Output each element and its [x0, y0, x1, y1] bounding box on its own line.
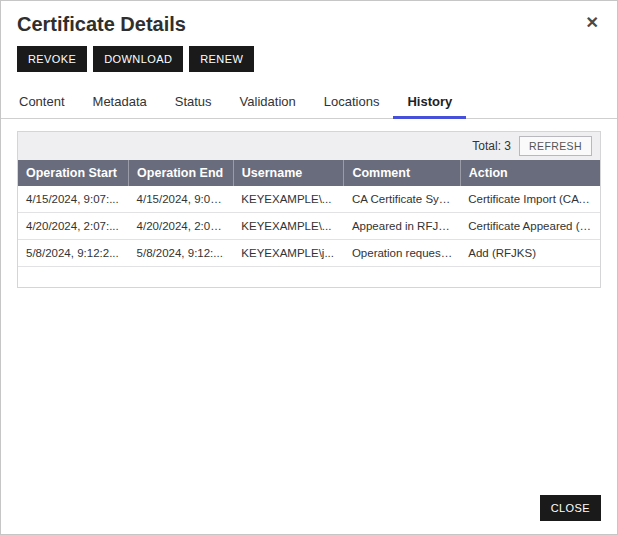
- table-header-row: Operation StartOperation EndUsernameComm…: [18, 160, 600, 186]
- table-cell: Certificate Import (CA S...: [460, 186, 600, 213]
- close-button[interactable]: CLOSE: [540, 495, 601, 521]
- table-cell: 5/8/2024, 9:12:...: [129, 240, 234, 267]
- table-cell: Certificate Appeared (R...: [460, 213, 600, 240]
- tab-metadata[interactable]: Metadata: [79, 88, 161, 118]
- column-header[interactable]: Username: [233, 160, 344, 186]
- dialog-title: Certificate Details: [17, 13, 186, 36]
- tab-locations[interactable]: Locations: [310, 88, 394, 118]
- column-header[interactable]: Operation Start: [18, 160, 129, 186]
- table-cell: CA Certificate Syn...: [344, 186, 460, 213]
- tab-validation[interactable]: Validation: [226, 88, 310, 118]
- action-button-row: REVOKE DOWNLOAD RENEW: [1, 36, 617, 72]
- tab-status[interactable]: Status: [161, 88, 226, 118]
- dialog-header: Certificate Details ✕: [1, 1, 617, 36]
- column-header[interactable]: Action: [460, 160, 600, 186]
- tab-content[interactable]: Content: [17, 88, 79, 118]
- table-cell: 4/20/2024, 2:07:...: [129, 213, 234, 240]
- table-cell: KEYEXAMPLE\...: [233, 213, 344, 240]
- table-row[interactable]: 4/20/2024, 2:07:...4/20/2024, 2:07:...KE…: [18, 213, 600, 240]
- renew-button[interactable]: RENEW: [189, 46, 254, 72]
- dialog-footer: CLOSE: [540, 495, 601, 521]
- table-cell: Appeared in RFJK...: [344, 213, 460, 240]
- table-cell: 5/8/2024, 9:12:2...: [18, 240, 129, 267]
- history-grid: Total: 3 REFRESH Operation StartOperatio…: [17, 131, 601, 288]
- empty-row-area: [18, 267, 600, 287]
- refresh-button[interactable]: REFRESH: [519, 136, 592, 156]
- table-cell: Operation requeste...: [344, 240, 460, 267]
- table-cell: KEYEXAMPLE\...: [233, 186, 344, 213]
- tab-history[interactable]: History: [393, 88, 466, 118]
- certificate-details-dialog: Certificate Details ✕ REVOKE DOWNLOAD RE…: [0, 0, 618, 535]
- grid-toolbar: Total: 3 REFRESH: [18, 132, 600, 160]
- history-table: Operation StartOperation EndUsernameComm…: [18, 160, 600, 267]
- tabs: ContentMetadataStatusValidationLocations…: [1, 88, 617, 119]
- close-icon[interactable]: ✕: [584, 13, 601, 33]
- total-count-label: Total: 3: [472, 139, 511, 153]
- download-button[interactable]: DOWNLOAD: [93, 46, 183, 72]
- revoke-button[interactable]: REVOKE: [17, 46, 87, 72]
- table-cell: KEYEXAMPLE\j...: [233, 240, 344, 267]
- table-cell: Add (RFJKS): [460, 240, 600, 267]
- table-cell: 4/20/2024, 2:07:...: [18, 213, 129, 240]
- table-cell: 4/15/2024, 9:07:...: [129, 186, 234, 213]
- column-header[interactable]: Comment: [344, 160, 460, 186]
- table-cell: 4/15/2024, 9:07:...: [18, 186, 129, 213]
- column-header[interactable]: Operation End: [129, 160, 234, 186]
- table-row[interactable]: 5/8/2024, 9:12:2...5/8/2024, 9:12:...KEY…: [18, 240, 600, 267]
- table-row[interactable]: 4/15/2024, 9:07:...4/15/2024, 9:07:...KE…: [18, 186, 600, 213]
- table-body: 4/15/2024, 9:07:...4/15/2024, 9:07:...KE…: [18, 186, 600, 267]
